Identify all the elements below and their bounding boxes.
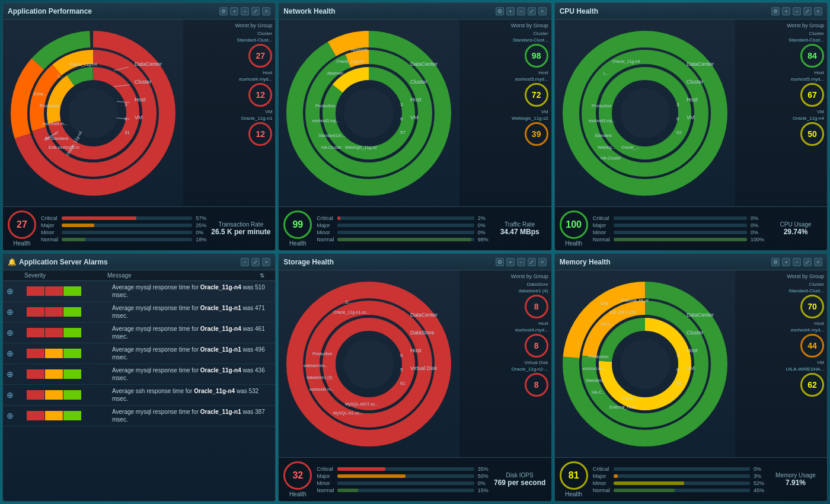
network-worst: Worst by Group Cluster Standard-Clust...… xyxy=(459,20,551,206)
expand-btn-net[interactable]: ⤢ xyxy=(528,7,536,15)
close-btn-alarms[interactable]: × xyxy=(262,258,270,266)
minimize-btn-storage[interactable]: − xyxy=(517,258,525,266)
minimize-btn-cpu[interactable]: − xyxy=(793,7,801,15)
svg-text:61: 61 xyxy=(400,381,406,386)
gear-btn-net[interactable]: ⚙ xyxy=(496,7,504,15)
alarm-severity-6 xyxy=(27,390,110,400)
cpu-health-controls: ⚙ ▪ − ⤢ × xyxy=(771,7,822,15)
worst-by-group-label: Worst by Group xyxy=(186,23,272,28)
alarm-row-2: ⊕ Average mysql response time for Oracle… xyxy=(3,302,275,323)
square-btn[interactable]: ▪ xyxy=(230,7,238,15)
mem-health-circle: 81 xyxy=(560,461,588,490)
square-btn-cpu[interactable]: ▪ xyxy=(782,7,790,15)
svg-text:DataCenter: DataCenter xyxy=(410,61,438,67)
svg-text:31: 31 xyxy=(124,130,130,135)
net-host-score: 72 xyxy=(525,83,548,107)
svg-text:Host: Host xyxy=(410,97,422,103)
cpu-health-title: CPU Health xyxy=(560,7,598,15)
net-host-item: Host esxhost5.myd... 72 xyxy=(462,70,548,107)
net-cluster-score: 98 xyxy=(525,44,548,68)
minimize-btn[interactable]: − xyxy=(241,7,249,15)
cluster-score: 27 xyxy=(248,44,272,68)
net-health-value: 99 xyxy=(292,219,303,230)
net-metric-title: Traffic Rate xyxy=(493,221,547,228)
expand-btn[interactable]: ⤢ xyxy=(251,7,260,15)
app-performance-worst: Worst by Group Cluster Standard-Clust...… xyxy=(183,20,275,206)
svg-text:192.168.0.218: 192.168.0.218 xyxy=(609,310,636,314)
alarm-add-icon-3[interactable]: ⊕ xyxy=(7,328,24,337)
network-health-header: Network Health ⚙ ▪ − ⤢ × xyxy=(279,3,551,20)
alarm-add-icon-4[interactable]: ⊕ xyxy=(7,349,24,358)
svg-text:Weblogic_11g-s2: Weblogic_11g-s2 xyxy=(345,145,377,150)
svg-text:Weblog...: Weblog... xyxy=(598,145,615,150)
alarm-bar-minor-6 xyxy=(63,390,81,400)
svg-text:Virtual Disk: Virtual Disk xyxy=(410,365,438,371)
square-btn-net[interactable]: ▪ xyxy=(506,7,515,15)
close-btn-mem[interactable]: × xyxy=(814,258,822,266)
close-btn-net[interactable]: × xyxy=(538,7,547,15)
alarm-bar-critical-3 xyxy=(27,328,44,337)
net-vm-name: Weblogic_11g-s2 xyxy=(512,116,548,121)
alarm-bar-critical-1 xyxy=(27,286,44,296)
network-donut: DataCenter Cluster Host VM 3 6 57 Produc… xyxy=(286,30,452,196)
severity-label: Severity xyxy=(24,272,107,279)
cpu-health-panel: CPU Health ⚙ ▪ − ⤢ × DataCenter Cluster … xyxy=(554,2,828,251)
minimize-btn-net[interactable]: − xyxy=(517,7,525,15)
gear-btn-mem[interactable]: ⚙ xyxy=(771,258,780,266)
svg-text:6: 6 xyxy=(676,367,679,372)
minor-label: Minor xyxy=(41,229,58,235)
storage-datastore-score: 8 xyxy=(525,295,548,318)
expand-btn-cpu[interactable]: ⤢ xyxy=(803,7,812,15)
alarm-add-icon-1[interactable]: ⊕ xyxy=(7,286,24,296)
storage-health-value: 32 xyxy=(292,470,303,481)
close-btn-storage[interactable]: × xyxy=(538,258,547,266)
gear-btn[interactable]: ⚙ xyxy=(219,7,228,15)
svg-text:3: 3 xyxy=(676,353,679,358)
svg-text:HA-C...: HA-C... xyxy=(592,390,605,394)
expand-btn-alarms[interactable]: ⤢ xyxy=(251,258,260,266)
gear-btn-cpu[interactable]: ⚙ xyxy=(771,7,780,15)
app-metric-value: 26.5 K per minute xyxy=(211,228,270,236)
minimize-btn-mem[interactable]: − xyxy=(793,258,801,266)
square-btn-mem[interactable]: ▪ xyxy=(782,258,790,266)
svg-text:3: 3 xyxy=(676,102,679,107)
alarm-add-icon-7[interactable]: ⊕ xyxy=(7,411,24,420)
net-vm-score: 39 xyxy=(525,122,548,146)
svg-text:3: 3 xyxy=(400,102,403,107)
storage-health-title: Storage Health xyxy=(283,258,334,266)
alarm-add-icon-2[interactable]: ⊕ xyxy=(7,307,24,317)
svg-text:Standard13c...: Standard13c... xyxy=(318,133,346,138)
svg-point-55 xyxy=(620,88,670,138)
network-stats: 99 Health Critical 2% Major 0% Minor 0% … xyxy=(279,206,551,250)
mem-host-score: 44 xyxy=(800,334,824,358)
minimize-btn-alarms[interactable]: − xyxy=(241,258,249,266)
storage-worst-label: Worst by Group xyxy=(462,273,548,279)
net-vm-item: VM Weblogic_11g-s2 39 xyxy=(462,109,548,146)
storage-controls: ⚙ ▪ − ⤢ × xyxy=(496,258,547,266)
network-health-panel: Network Health ⚙ ▪ − ⤢ × DataCent xyxy=(278,2,551,251)
sort-icon[interactable]: ⇅ xyxy=(260,272,272,279)
alarms-content: Severity Message ⇅ ⊕ Average mysql respo… xyxy=(3,270,275,501)
close-btn[interactable]: × xyxy=(262,7,270,15)
svg-text:wpserver: wpserver xyxy=(350,47,368,52)
memory-controls: ⚙ ▪ − ⤢ × xyxy=(771,258,822,266)
app-metric-title: Transaction Rate xyxy=(211,221,270,228)
alarm-add-icon-5[interactable]: ⊕ xyxy=(7,369,24,379)
expand-btn-mem[interactable]: ⤢ xyxy=(803,258,812,266)
alarm-bar-minor-5 xyxy=(63,369,81,379)
alarm-bar-minor-1 xyxy=(63,286,81,296)
square-btn-storage[interactable]: ▪ xyxy=(506,258,515,266)
alarm-add-icon-6[interactable]: ⊕ xyxy=(7,390,24,400)
vm-name: Oracle_11g-n1 xyxy=(241,116,272,121)
gear-btn-storage[interactable]: ⚙ xyxy=(496,258,504,266)
network-health-controls: ⚙ ▪ − ⤢ × xyxy=(496,7,547,15)
expand-btn-storage[interactable]: ⤢ xyxy=(528,258,536,266)
svg-text:Oracle_11g-n4: Oracle_11g-n4 xyxy=(612,59,640,64)
mem-metric-title: Memory Usage xyxy=(769,472,822,479)
close-btn-cpu[interactable]: × xyxy=(814,7,822,15)
svg-text:62: 62 xyxy=(676,381,682,386)
alarms-header: 🔔 Application Server Alarms − ⤢ × xyxy=(3,254,275,270)
storage-datastore-item: DataStore datastore1 (4) 8 xyxy=(462,282,548,318)
mem-vm-item: VM UILA-WIRESHA... 62 xyxy=(738,360,824,397)
svg-text:MySQL-MGT-sc...: MySQL-MGT-sc... xyxy=(345,402,378,407)
